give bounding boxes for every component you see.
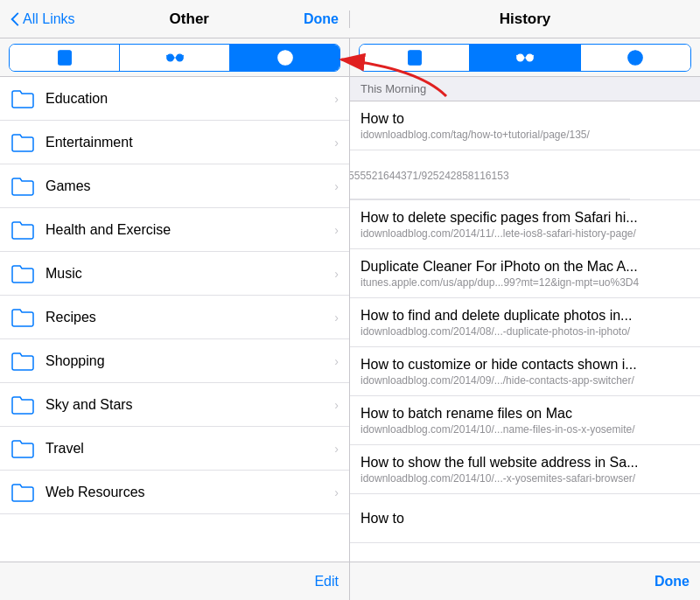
chevron-icon: › [334,485,339,499]
history-item[interactable]: How to delete specific pages from Safari… [350,200,700,249]
chevron-icon: › [334,92,339,106]
tab-left-reading[interactable] [120,45,230,71]
history-title: How to batch rename files on Mac [360,406,690,422]
list-item[interactable]: Education › [0,77,349,121]
folder-icon [10,133,35,152]
book-icon-right [406,49,424,66]
bookmark-list: Education › Entertainment › Games › Heal… [0,77,349,514]
list-item[interactable]: Shopping › [0,339,349,383]
bottom-bar: Edit Done [0,562,700,600]
history-item[interactable]: Duplicate Cleaner For iPhoto on the Mac … [350,249,700,298]
done-button-bottom[interactable]: Done [654,574,690,590]
list-item[interactable]: Travel › [0,427,349,471]
back-icon [10,12,19,26]
history-item[interactable]: How toidownloadblog.com/tag/how-to+tutor… [350,101,700,150]
clock-icon-left [276,49,294,66]
history-title: How to [360,511,690,527]
history-title: How to [360,111,690,127]
history-item[interactable]: How to customize or hide contacts shown … [350,347,700,396]
item-label: Music [46,266,334,282]
list-item[interactable]: Entertainment › [0,121,349,164]
folder-icon [10,264,35,283]
svg-point-4 [166,54,173,61]
tab-left-bookmarks[interactable] [10,45,120,71]
history-item[interactable]: How to find and delete duplicate photos … [350,298,700,347]
folder-icon [10,220,35,240]
chevron-icon: › [334,136,339,150]
svg-line-7 [166,54,167,56]
tab-right-reading[interactable] [470,45,580,71]
folder-icon [10,308,35,327]
folder-icon [10,483,35,502]
top-bar-right: History [350,10,700,28]
history-item[interactable]: How to show the full website address in … [350,445,700,494]
history-item[interactable]: How to batch rename files on Macidownloa… [350,396,700,445]
svg-line-8 [183,54,184,56]
item-label: Recipes [46,310,334,325]
chevron-icon: › [334,267,339,281]
list-item[interactable]: Sky and Stars › [0,383,349,427]
history-url: idownloadblog.com/tag/how-to+tutorial/pa… [360,129,690,141]
list-item[interactable]: Web Resources › [0,471,349,514]
bottom-bar-left: Edit [0,562,350,600]
tab-right-history[interactable] [581,45,690,71]
history-title: How to customize or hide contacts shown … [360,357,690,373]
history-item[interactable]: How to [350,494,700,543]
chevron-icon: › [334,442,339,456]
item-label: Entertainment [46,135,334,150]
chevron-icon: › [334,310,339,324]
chevron-icon: › [334,398,339,412]
book-icon [56,49,74,66]
history-url: idownloadblog.com/2014/11/...lete-ios8-s… [360,227,690,240]
tab-group-right [359,44,691,72]
tab-left-history[interactable] [230,45,340,71]
history-url: .com/0/8733555521644371/925242858116153 [350,170,620,182]
svg-point-5 [176,54,183,61]
chevron-icon: › [334,223,339,237]
folder-icon [10,395,35,415]
tab-right-bookmarks[interactable] [360,45,470,71]
page-title-right: History [500,10,551,28]
chevron-icon: › [334,354,339,368]
svg-line-19 [516,54,517,56]
item-label: Shopping [46,353,334,369]
back-button[interactable]: All Links [10,11,75,27]
tab-group-left [9,44,340,72]
history-title: Duplicate Cleaner For iPhoto on the Mac … [360,259,690,275]
item-label: Health and Exercise [46,222,334,238]
history-url: idownloadblog.com/2014/09/.../hide-conta… [360,374,690,387]
list-item[interactable]: Health and Exercise › [0,208,349,252]
item-label: Web Resources [46,485,334,500]
item-label: Games [46,178,334,194]
item-label: Sky and Stars [46,397,334,413]
bottom-bar-right: Done [350,562,700,600]
swipe-row: .com/0/8733555521644371/925242858116153D… [350,150,700,200]
edit-button[interactable]: Edit [314,574,339,590]
history-list: How toidownloadblog.com/tag/how-to+tutor… [350,101,700,543]
history-url: idownloadblog.com/2014/10/...name-files-… [360,423,690,436]
back-label: All Links [23,11,75,27]
glasses-icon-right [516,49,534,66]
list-item[interactable]: Games › [0,164,349,208]
svg-point-17 [527,54,534,61]
glasses-icon [166,49,184,66]
svg-point-16 [517,54,524,61]
list-item[interactable]: Recipes › [0,296,349,339]
history-title: How to delete specific pages from Safari… [360,210,690,226]
done-button-top[interactable]: Done [304,11,339,27]
top-bar: All Links Other Done History [0,0,700,38]
history-item-swiped[interactable]: .com/0/8733555521644371/925242858116153 [350,150,630,199]
left-panel: Education › Entertainment › Games › Heal… [0,77,350,562]
folder-icon [10,439,35,458]
history-url: idownloadblog.com/2014/08/...-duplicate-… [360,325,690,338]
item-label: Travel [46,441,334,457]
history-section-header: This Morning [350,77,700,101]
history-title: How to find and delete duplicate photos … [360,308,690,324]
history-url: itunes.apple.com/us/app/dup...99?mt=12&i… [360,276,690,289]
svg-line-20 [533,54,534,56]
segment-bar-right [350,38,700,76]
segment-bar-left [0,38,350,76]
folder-icon [10,89,35,108]
folder-icon [10,177,35,196]
list-item[interactable]: Music › [0,252,349,296]
